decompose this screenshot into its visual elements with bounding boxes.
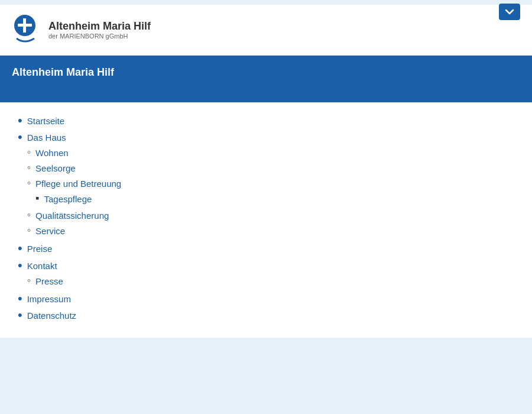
bullet-icon: ◦ (27, 274, 31, 287)
list-item: • Datenschutz (18, 309, 514, 323)
bullet-icon: • (18, 258, 22, 273)
nav-item-pflege: Pflege und Betreuung ▪ Tagespflege (35, 177, 121, 208)
list-item: • Impressum (18, 292, 514, 306)
bullet-icon: • (18, 113, 22, 128)
list-item: • Das Haus ◦ Wohnen ◦ Seelsorge (18, 131, 514, 240)
header: Altenheim Maria Hilf der MARIENBORN gGmb… (0, 5, 532, 56)
list-item: • Preise (18, 242, 514, 256)
logo-text: Altenheim Maria Hilf der MARIENBORN gGmb… (48, 20, 151, 40)
bullet-icon: • (18, 308, 22, 323)
bullet-icon: ◦ (27, 145, 31, 159)
bullet-icon: ◦ (27, 224, 31, 237)
logo-container: Altenheim Maria Hilf der MARIENBORN gGmb… (12, 14, 151, 46)
logo-subtitle: der MARIENBORN gGmbH (48, 33, 151, 40)
bullet-icon: ◦ (27, 161, 31, 174)
logo-icon (12, 14, 41, 46)
nav-item-kontakt: Kontakt ◦ Presse (27, 259, 63, 290)
list-item: ◦ Pflege und Betreuung ▪ Tagespflege (27, 177, 122, 208)
sub-list-kontakt: ◦ Presse (27, 274, 63, 290)
list-item: ◦ Seelsorge (27, 161, 122, 176)
list-item: • Startseite (18, 114, 514, 128)
nav-link-das-haus[interactable]: Das Haus (27, 131, 122, 145)
svg-rect-2 (18, 24, 32, 27)
nav-link-datenschutz[interactable]: Datenschutz (27, 309, 76, 323)
nav-link-startseite[interactable]: Startseite (27, 114, 64, 128)
banner-title: Altenheim Maria Hilf (12, 66, 114, 78)
bullet-icon: • (18, 291, 22, 306)
nav-link-seelsorge[interactable]: Seelsorge (35, 161, 76, 176)
nav-link-presse[interactable]: Presse (35, 274, 63, 289)
top-bar (0, 0, 532, 5)
list-item: ◦ Wohnen (27, 146, 122, 160)
nav-list: • Startseite • Das Haus ◦ Wohnen ◦ Seels… (18, 114, 514, 324)
nav-link-tagespflege[interactable]: Tagespflege (44, 192, 92, 206)
sub-list-pflege: ▪ Tagespflege (35, 192, 121, 208)
nav-link-preise[interactable]: Preise (27, 242, 53, 256)
sub-list-das-haus: ◦ Wohnen ◦ Seelsorge ◦ Pflege und Betreu… (27, 146, 122, 240)
nav-link-service[interactable]: Service (35, 224, 65, 238)
bullet-icon: ▪ (35, 192, 39, 205)
bullet-icon: ◦ (27, 176, 31, 190)
nav-link-kontakt[interactable]: Kontakt (27, 259, 63, 273)
list-item: • Kontakt ◦ Presse (18, 259, 514, 290)
chevron-down-icon (505, 7, 514, 17)
nav-link-impressum[interactable]: Impressum (27, 292, 71, 306)
logo-name: Altenheim Maria Hilf (48, 20, 151, 33)
nav-link-wohnen[interactable]: Wohnen (35, 146, 69, 160)
title-banner: Altenheim Maria Hilf (0, 56, 532, 102)
chevron-down-button[interactable] (499, 4, 520, 20)
list-item: ◦ Service (27, 224, 122, 238)
bullet-icon: • (18, 130, 22, 145)
bullet-icon: • (18, 241, 22, 256)
list-item: ◦ Qualitätssicherung (27, 209, 122, 223)
list-item: ◦ Presse (27, 274, 63, 289)
navigation-area: • Startseite • Das Haus ◦ Wohnen ◦ Seels… (0, 102, 532, 338)
nav-link-qualitaet[interactable]: Qualitätssicherung (35, 209, 109, 223)
list-item: ▪ Tagespflege (35, 192, 121, 206)
nav-item-das-haus: Das Haus ◦ Wohnen ◦ Seelsorge ◦ (27, 131, 122, 240)
nav-link-pflege[interactable]: Pflege und Betreuung (35, 177, 121, 191)
bullet-icon: ◦ (27, 208, 31, 222)
